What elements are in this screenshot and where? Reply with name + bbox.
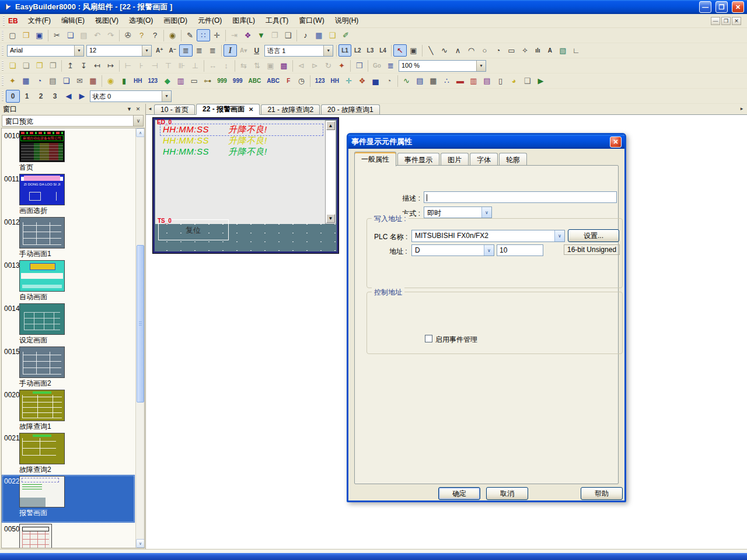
group-icon[interactable]: ▩ xyxy=(277,60,291,72)
menu-item-0[interactable]: 文件(F) xyxy=(23,14,56,27)
menu-item-5[interactable]: 元件(O) xyxy=(193,14,227,27)
dialog-close-button[interactable]: ✕ xyxy=(610,136,622,148)
tab-window-1[interactable]: 22 - 报警画面✕ xyxy=(196,104,260,115)
pie-display-icon[interactable]: ◕ xyxy=(507,75,521,87)
send-backward-icon[interactable]: ❐ xyxy=(46,60,60,72)
function-button-icon[interactable]: ◆ xyxy=(160,75,174,87)
mdi-minimize-button[interactable]: — xyxy=(711,17,720,25)
window-item-0014[interactable]: 0014设定画面 xyxy=(2,302,135,345)
menu-item-2[interactable]: 视图(V) xyxy=(90,14,124,27)
mail-icon[interactable]: ✉ xyxy=(73,75,86,87)
on-line-simulation-icon[interactable]: ❑ xyxy=(281,29,295,41)
context-help-icon[interactable]: ? xyxy=(148,29,162,41)
event-display-icon[interactable]: ▤ xyxy=(480,75,494,87)
time-toggle-button[interactable]: HH xyxy=(131,75,145,87)
window-item-0020[interactable]: 0020故障查询1 xyxy=(2,388,135,432)
chevron-down-icon[interactable]: ∨ xyxy=(133,116,143,126)
scrollbar-thumb[interactable] xyxy=(137,245,144,402)
mdi-restore-button[interactable]: ❐ xyxy=(721,17,731,25)
settings-button[interactable]: 设置... xyxy=(568,229,619,242)
numeric-display-button[interactable]: 999 xyxy=(214,75,230,87)
moving-shape-icon[interactable]: ✛ xyxy=(342,75,355,87)
media-player-icon[interactable]: ▶ xyxy=(534,75,547,87)
xy-plot-icon[interactable]: ∴ xyxy=(440,75,453,87)
nudge-up-icon[interactable]: ↥ xyxy=(64,60,77,72)
animation-icon[interactable]: ❖ xyxy=(355,75,369,87)
address-value-input[interactable]: 10 xyxy=(497,244,543,256)
state-select-combo[interactable]: 状态 0▾ xyxy=(90,90,172,102)
dialog-tab-3[interactable]: 字体 xyxy=(470,153,498,166)
tab-scroll-left-icon[interactable]: ◂ xyxy=(146,106,153,111)
description-input[interactable] xyxy=(424,191,617,203)
design-window-22[interactable]: ED_0 HH:MM:SS升降不良!HH:MM:SS升降不良!HH:MM:SS升… xyxy=(153,118,338,253)
chevron-down-icon[interactable]: ▾ xyxy=(476,61,486,71)
macro-editor-icon[interactable]: ✐ xyxy=(339,29,352,41)
state-3-button[interactable]: 3 xyxy=(48,90,62,103)
zoom-level-combo[interactable]: 100 %▾ xyxy=(399,60,486,72)
object-properties-icon[interactable]: ▣ xyxy=(407,44,420,57)
system-clock-icon[interactable]: ◷ xyxy=(295,75,308,87)
history-data-display-icon[interactable]: ▤ xyxy=(413,75,427,87)
menu-item-3[interactable]: 选项(O) xyxy=(124,14,158,27)
pin-icon[interactable]: ✦ xyxy=(335,60,348,72)
window-item-0022[interactable]: 0022报警画面 xyxy=(2,475,135,523)
dialog-tab-0[interactable]: 一般属性 xyxy=(354,152,396,166)
alarm-display-icon[interactable]: ▥ xyxy=(467,75,480,87)
grid-table-icon[interactable]: ▦ xyxy=(86,75,100,87)
menu-item-1[interactable]: 编辑(E) xyxy=(56,14,90,27)
event-display-scrollbar[interactable]: ▲ ▼ xyxy=(325,120,336,224)
cancel-button[interactable]: 取消 xyxy=(486,487,528,500)
numeric-input-button[interactable]: 999 xyxy=(230,75,246,87)
draw-scale-button[interactable]: ılı xyxy=(532,44,544,57)
pen-icon[interactable]: ✎ xyxy=(183,29,197,41)
align-left-icon[interactable]: ≣ xyxy=(179,44,193,57)
nudge-left-icon[interactable]: ↤ xyxy=(90,60,104,72)
chevron-down-icon[interactable]: ∨ xyxy=(484,245,494,256)
alarm-bar-icon[interactable]: ▬ xyxy=(453,75,467,87)
snap-to-grid-icon[interactable]: ✛ xyxy=(210,29,224,41)
select-pointer-icon[interactable]: ↖ xyxy=(393,44,407,57)
scroll-down-icon[interactable]: ▼ xyxy=(326,214,335,223)
text-input-icon[interactable]: ▭ xyxy=(187,75,201,87)
menu-item-4[interactable]: 画图(D) xyxy=(158,14,193,27)
mode-combo[interactable]: 即时 ∨ xyxy=(424,206,492,218)
draw-polyline-icon[interactable]: ∧ xyxy=(451,44,465,57)
draw-text-button[interactable]: A xyxy=(544,44,556,57)
draw-picture-icon[interactable]: ▧ xyxy=(556,44,570,57)
window-item-0010[interactable]: 0010麻城自动化设备有限公司首页 xyxy=(2,130,135,173)
draw-freehand-icon[interactable]: ∿ xyxy=(438,44,451,57)
ok-button[interactable]: 确定 xyxy=(438,487,480,500)
font-size-combo[interactable]: 12▾ xyxy=(86,45,152,57)
bring-forward-icon[interactable]: ❐ xyxy=(33,60,46,72)
function-key-icon[interactable]: ✦ xyxy=(6,75,19,87)
help-icon[interactable]: ? xyxy=(135,29,148,41)
download-icon[interactable]: ▼ xyxy=(254,29,268,41)
data-transfer-icon[interactable]: ▤ xyxy=(46,75,60,87)
dialog-tab-4[interactable]: 轮廓 xyxy=(499,153,527,166)
dialog-tab-1[interactable]: 事件显示 xyxy=(397,153,439,166)
menu-item-7[interactable]: 工具(T) xyxy=(260,14,294,27)
chevron-down-icon[interactable]: ▾ xyxy=(162,91,171,102)
cut-icon[interactable]: ✂ xyxy=(50,29,64,41)
draw-line-icon[interactable]: ╲ xyxy=(424,44,438,57)
mdi-close-button[interactable]: ✕ xyxy=(732,17,741,25)
state-layer-4-button[interactable]: L4 xyxy=(376,44,389,57)
new-icon[interactable]: ▢ xyxy=(6,29,19,41)
window-item-0021[interactable]: 0021故障查询2 xyxy=(2,432,135,475)
window-item-0012[interactable]: 0012手动画面1 xyxy=(2,216,135,259)
backup-icon[interactable]: ❑ xyxy=(521,75,534,87)
window-item-0013[interactable]: 0013自动画面 xyxy=(2,259,135,302)
layer-stack-icon[interactable]: ≣ xyxy=(384,60,397,72)
state-layer-2-button[interactable]: L2 xyxy=(351,44,364,57)
font-family-combo[interactable]: Arial▾ xyxy=(7,45,84,57)
tab-window-3[interactable]: 20 - 故障查询1 xyxy=(321,104,380,114)
chevron-down-icon[interactable]: ▾ xyxy=(323,46,333,56)
scroll-down-icon[interactable]: ∨ xyxy=(136,539,145,548)
word-lamp-icon[interactable]: ▮ xyxy=(117,75,131,87)
panel-menu-icon[interactable]: ▼ xyxy=(125,105,134,113)
bring-to-front-icon[interactable]: ❏ xyxy=(6,60,19,72)
state-layer-3-button[interactable]: L3 xyxy=(364,44,377,57)
state-0-button[interactable]: 0 xyxy=(6,90,20,103)
chevron-down-icon[interactable]: ▾ xyxy=(142,46,151,56)
window-item-0011[interactable]: 0011ZI DONG DA LOO SI JI画面选折 xyxy=(2,173,135,216)
